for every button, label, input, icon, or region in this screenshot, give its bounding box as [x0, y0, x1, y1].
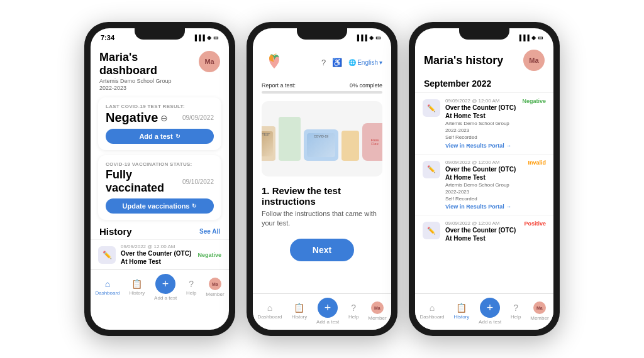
result-details-3: 09/09/2022 @ 12:00 AM Over the Counter (… [445, 220, 519, 242]
update-icon: ↻ [192, 203, 197, 209]
covid-result-value: Negative [106, 111, 158, 125]
history-icon-3: 📋 [456, 303, 467, 313]
history-item-1[interactable]: ✏️ 09/09/2022 @ 12:00 AM Over the Counte… [91, 239, 229, 269]
progress-bar-bg [262, 91, 382, 94]
history-screen-title: Maria's history [424, 54, 503, 67]
month-label: September 2022 [415, 76, 553, 92]
dashboard-header: Maria's dashboard Artemis Demo School Gr… [91, 45, 229, 95]
phone3: ▐▐▐ ◈ ▭ Maria's history Ma September 202… [409, 22, 560, 336]
result-school-1: Artemis Demo School Group2022-2023Self R… [445, 120, 517, 141]
dashboard-subtitle: Artemis Demo School Group [99, 78, 199, 84]
member-avatar-3: Ma [533, 301, 546, 314]
view-portal-1[interactable]: View in Results Portal → [445, 143, 517, 149]
result-status-1: Negative [522, 98, 546, 104]
phones-container: 7:34 ▐▐▐ ◈ ▭ Maria's dashboard Artemis D… [0, 0, 644, 358]
add-button-3[interactable]: + [480, 298, 500, 318]
notch2 [297, 28, 347, 40]
covid-date: 09/09/2022 [182, 114, 214, 121]
result-name-2: Over the Counter (OTC) At Home Test [445, 165, 523, 182]
result-date-1: 09/09/2022 @ 12:00 AM [445, 98, 517, 104]
help-icon-2: ? [351, 303, 356, 313]
nav-member-2[interactable]: Ma Member [368, 301, 386, 321]
nav-help-label-3: Help [511, 314, 521, 320]
question-icon[interactable]: ? [321, 58, 326, 67]
report-action-icons: ? ♿ 🌐 English ▾ [321, 58, 382, 67]
battery-icon: ▭ [213, 35, 219, 41]
nav-add-label-2: Add a test [316, 319, 339, 325]
history-icon: 📋 [131, 279, 142, 289]
battery-icon-2: ▭ [375, 35, 381, 41]
nav-help-label: Help [186, 290, 196, 296]
nav-add-1[interactable]: + Add a test [154, 274, 177, 301]
status-time-1: 7:34 [101, 34, 114, 41]
add-test-button[interactable]: Add a test ↻ [106, 129, 214, 144]
refresh-icon: ↻ [175, 133, 180, 139]
history-item-name: Over the Counter (OTC) At Home Test [121, 249, 192, 266]
nav-member-label: Member [206, 291, 224, 297]
next-button[interactable]: Next [290, 239, 354, 261]
signal-icon: ▐▐▐ [193, 35, 205, 41]
update-vaccinations-button[interactable]: Update vaccinations ↻ [106, 198, 214, 214]
nav-member-3[interactable]: Ma Member [530, 301, 548, 321]
phone1-wrapper: 7:34 ▐▐▐ ◈ ▭ Maria's dashboard Artemis D… [84, 22, 235, 336]
see-all-link[interactable]: See All [199, 228, 220, 235]
home-icon: ⌂ [105, 279, 110, 289]
avatar-1: Ma [199, 51, 220, 72]
covid-card: LAST COVID-19 TEST RESULT: Negative ⊖ 09… [98, 97, 221, 150]
history-item-text: 09/09/2022 @ 12:00 AM Over the Counter (… [121, 244, 192, 266]
history-screen-header: Maria's history Ma [415, 45, 553, 76]
status-icons-3: ▐▐▐ ◈ ▭ [518, 35, 543, 41]
nav-help-3[interactable]: ? Help [511, 303, 521, 320]
phone3-wrapper: ▐▐▐ ◈ ▭ Maria's history Ma September 202… [409, 22, 560, 336]
add-test-label: Add a test [139, 133, 172, 140]
view-portal-2[interactable]: View in Results Portal → [445, 203, 523, 210]
vaccination-card: COVID-19 VACCINATION STATUS: Fully vacci… [98, 155, 221, 220]
nav-history-3[interactable]: 📋 History [453, 303, 469, 320]
product-4 [341, 131, 359, 161]
language-selector[interactable]: 🌐 English ▾ [348, 59, 382, 66]
nav-add-label: Add a test [154, 295, 177, 301]
nav-add-2[interactable]: + Add a test [316, 298, 339, 325]
add-button-1[interactable]: + [155, 274, 175, 294]
instruction-text: Follow the instructions that came with y… [253, 209, 391, 229]
history-header: History See All [91, 222, 229, 239]
result-item-3[interactable]: ✏️ 09/09/2022 @ 12:00 AM Over the Counte… [415, 215, 553, 247]
phone2-wrapper: ▐▐▐ ◈ ▭ ? [247, 22, 397, 336]
add-button-2[interactable]: + [318, 298, 338, 318]
nav-member-label-2: Member [368, 315, 386, 321]
nav-help-2[interactable]: ? Help [348, 303, 358, 320]
result-name-3: Over the Counter (OTC) At Home Test [445, 226, 519, 242]
result-item-2[interactable]: ✏️ 09/09/2022 @ 12:00 AM Over the Counte… [415, 154, 553, 215]
notch1 [135, 28, 185, 40]
nav-dashboard-3[interactable]: ⌂ Dashboard [419, 303, 444, 320]
history-item-date: 09/09/2022 @ 12:00 AM [121, 244, 192, 249]
history-title: History [99, 226, 132, 237]
nav-history-label-2: History [291, 314, 307, 320]
product-3: COVID-19 [304, 129, 338, 161]
nav-history-2[interactable]: 📋 History [291, 303, 307, 320]
bottom-nav-1: ⌂ Dashboard 📋 History + Add a test [91, 269, 229, 306]
result-item-1[interactable]: ✏️ 09/09/2022 @ 12:00 AM Over the Counte… [415, 92, 553, 154]
nav-help-1[interactable]: ? Help [186, 279, 196, 296]
nav-dashboard-2[interactable]: ⌂ Dashboard [257, 303, 282, 320]
bottom-nav-2: ⌂ Dashboard 📋 History + Add a test ? [253, 293, 391, 330]
result-date-3: 09/09/2022 @ 12:00 AM [445, 220, 519, 226]
accessibility-icon[interactable]: ♿ [332, 58, 342, 67]
nav-dashboard-label-3: Dashboard [419, 314, 444, 320]
result-status-3: Positive [524, 220, 546, 227]
progress-row: Report a test: 0% complete [253, 80, 391, 91]
report-header: ? ♿ 🌐 English ▾ [253, 45, 391, 80]
battery-icon-3: ▭ [538, 35, 543, 41]
member-avatar-1: Ma [209, 278, 221, 290]
nav-dashboard-1[interactable]: ⌂ Dashboard [95, 279, 119, 296]
plus-icon-1: + [162, 278, 169, 291]
nav-member-1[interactable]: Ma Member [206, 278, 224, 297]
vaccination-value: Fully vaccinated [106, 168, 182, 195]
nav-history-1[interactable]: 📋 History [129, 279, 145, 296]
instruction-title: 1. Review the test instructions [253, 179, 391, 209]
result-school-2: Artemis Demo School Group2022-2023Self R… [445, 182, 523, 203]
signal-icon-3: ▐▐▐ [518, 35, 530, 41]
result-details-1: 09/09/2022 @ 12:00 AM Over the Counter (… [445, 98, 517, 149]
nav-add-3[interactable]: + Add a test [479, 298, 501, 325]
phone1: 7:34 ▐▐▐ ◈ ▭ Maria's dashboard Artemis D… [84, 22, 235, 336]
